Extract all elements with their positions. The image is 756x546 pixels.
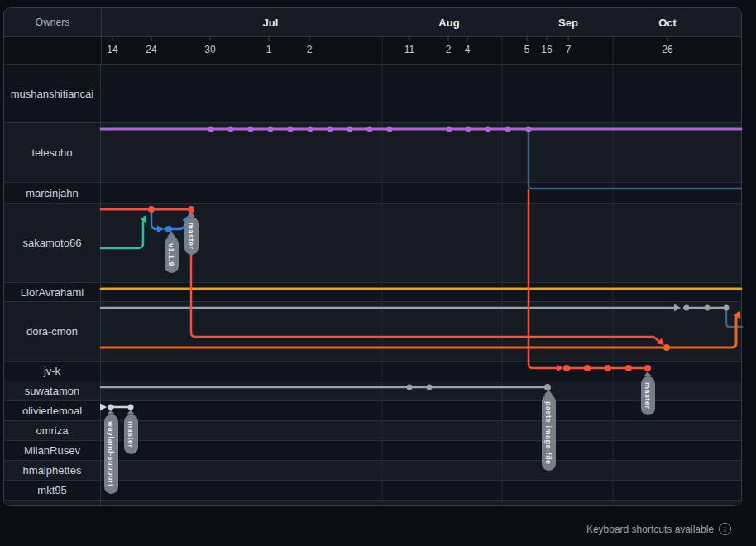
branch-tag[interactable]: v1.1.9 [165,232,179,273]
branch-tag-label: master [644,382,652,410]
owner-name[interactable]: 926 [43,503,61,506]
owner-name[interactable]: MilanRusev [24,444,80,457]
day-tick-label: 11 [404,44,414,55]
owner-name[interactable]: jv-k [44,365,60,377]
branch-tag[interactable]: master [124,410,138,454]
graph-track [101,421,741,440]
info-icon[interactable]: i [719,523,731,535]
month-label: Oct [658,8,677,36]
graph-track [101,461,741,480]
owner-row: jv-k [4,362,741,381]
branch-tag[interactable]: master [641,371,655,415]
graph-track [101,183,741,203]
day-tick-label: 5 [524,44,530,55]
graph-track [101,302,741,361]
day-tick-label: 16 [541,44,552,55]
day-tick-label: 2 [307,44,313,55]
owner-row: 926 [4,500,741,506]
owner-name[interactable]: mushanshitiancai [11,88,93,100]
owner-row: mushanshitiancai [4,65,741,123]
owner-name[interactable]: hmalphettes [23,464,82,477]
owner-name[interactable]: suwatamon [25,385,79,397]
branch-tag[interactable]: wayland-support [104,410,118,494]
branch-tag[interactable]: master [184,212,199,255]
month-label: Sep [558,8,578,36]
day-tick-label: 30 [204,44,215,55]
graph-track [101,123,741,182]
owner-row: LiorAvrahami [4,283,741,302]
owner-name[interactable]: telesoho [31,146,72,159]
graph-track [101,441,741,460]
owner-row: marcinjahn [4,183,741,204]
day-axis-sidebar [4,37,102,64]
month-label: Jul [263,8,279,36]
day-tick-label: 7 [566,44,572,55]
owner-row: telesoho [4,123,741,183]
day-tick-label: 4 [465,44,471,55]
branch-tag[interactable]: paste-image-file [542,390,556,471]
branch-tag-label: v1.1.9 [167,243,175,266]
day-tick-label: 1 [266,44,272,55]
branch-tag-label: master [187,223,195,250]
owner-name[interactable]: omriza [36,424,68,437]
owner-name[interactable]: dora-cmon [26,325,78,338]
day-tick-label: 26 [662,44,672,55]
branch-tag-label: master [127,421,135,448]
day-tick-label: 24 [146,44,156,55]
owners-header: Owners [4,8,102,36]
timeline-header: Owners JulAugSepOct [4,8,741,37]
owner-row: sakamoto66 [4,204,741,283]
day-tick-label: 2 [446,44,452,55]
owner-name[interactable]: marcinjahn [26,187,79,199]
branch-tag-label: paste-image-file [544,401,553,465]
day-axis: 142430121124516726 [4,37,741,65]
graph-track [101,500,741,506]
graph-track [101,65,741,122]
day-tick-label: 14 [107,44,117,55]
month-label: Aug [438,8,459,36]
keyboard-shortcuts-hint[interactable]: Keyboard shortcuts available i [586,523,731,535]
owner-name[interactable]: mkt95 [37,484,66,496]
owner-row: suwatamon [4,381,741,401]
graph-track [101,283,741,301]
keyboard-shortcuts-label: Keyboard shortcuts available [586,524,714,535]
owner-row: dora-cmon [4,302,741,362]
branch-tag-label: wayland-support [107,421,115,487]
owner-name[interactable]: olivierlemoal [22,405,82,417]
owner-name[interactable]: LiorAvrahami [21,286,84,299]
graph-track [101,481,741,500]
owner-name[interactable]: sakamoto66 [23,237,82,249]
